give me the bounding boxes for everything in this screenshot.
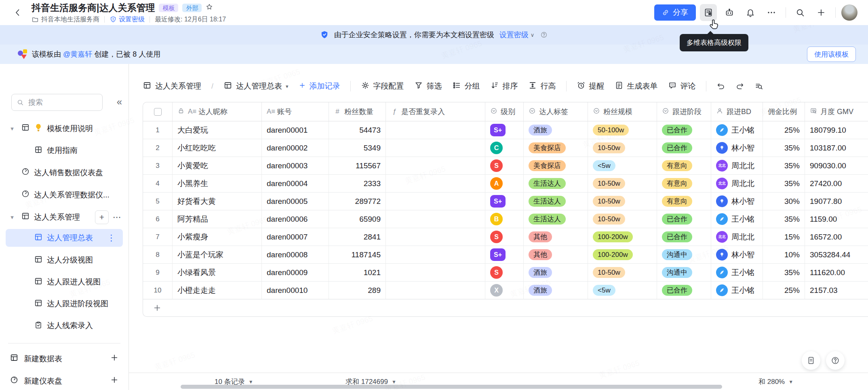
table-row[interactable]: 4小黑养生daren000042333A生活达人10-50w有意向北北周北北35…: [143, 175, 868, 193]
stage-cell[interactable]: 有意向: [657, 193, 711, 210]
gmv-cell[interactable]: 180799.10: [805, 121, 868, 139]
duplicate-check-cell[interactable]: [386, 264, 485, 281]
global-search-icon[interactable]: [792, 4, 809, 21]
row-number-cell[interactable]: 6: [143, 210, 173, 228]
fans-scale-cell[interactable]: 10-50w: [588, 175, 657, 192]
fans-scale-cell[interactable]: 10-50w: [588, 193, 657, 210]
gmv-cell[interactable]: 909030.00: [805, 157, 868, 174]
account-cell[interactable]: daren00007: [262, 228, 329, 246]
nickname-cell[interactable]: 小紫瘦身: [173, 228, 262, 246]
filter-button[interactable]: 筛选: [414, 81, 442, 92]
sidebar-item-owner-view[interactable]: 达人跟进人视图: [0, 271, 129, 293]
fans-count-cell[interactable]: 289772: [329, 193, 386, 210]
commission-cell[interactable]: 35%: [763, 210, 805, 228]
table-row[interactable]: 2小红吃吃吃daren000025349C美食探店10-50w已合作林小智35%…: [143, 139, 868, 157]
sort-button[interactable]: 排序: [490, 81, 518, 92]
help-icon[interactable]: [539, 31, 548, 39]
tag-cell[interactable]: 酒旅: [524, 282, 588, 299]
tag-cell[interactable]: 生活达人: [524, 193, 588, 210]
fans-count-cell[interactable]: 2841: [329, 228, 386, 246]
level-cell[interactable]: S+: [485, 193, 524, 210]
account-cell[interactable]: daren00002: [262, 139, 329, 157]
level-cell[interactable]: C: [485, 139, 524, 157]
gmv-cell[interactable]: 19077.80: [805, 193, 868, 210]
sidebar-item-relation-table[interactable]: ▾ 达人关系管理 + ⋯: [0, 206, 129, 228]
commission-cell[interactable]: 35%: [763, 264, 805, 281]
commission-cell[interactable]: 15%: [763, 228, 805, 246]
redo-button[interactable]: [735, 82, 744, 91]
gmv-cell[interactable]: 1159.00: [805, 210, 868, 228]
gmv-cell[interactable]: 27420.00: [805, 175, 868, 192]
column-header[interactable]: 粉丝规模: [588, 102, 657, 121]
current-table-tab[interactable]: 达人关系管理: [143, 81, 201, 92]
horizontal-scrollbar[interactable]: [181, 385, 722, 389]
bd-owner-cell[interactable]: 林小智: [711, 193, 763, 210]
fans-scale-cell[interactable]: 100-200w: [588, 228, 657, 246]
nickname-cell[interactable]: 小蓝是个玩家: [173, 246, 262, 263]
level-cell[interactable]: S: [485, 228, 524, 246]
stage-cell[interactable]: 已合作: [657, 139, 711, 157]
remind-button[interactable]: 提醒: [577, 81, 605, 92]
commission-cell[interactable]: 25%: [763, 121, 805, 139]
share-button[interactable]: 分享: [654, 4, 696, 21]
table-row[interactable]: 10小橙走走走daren00010289X酒旅<5w已合作王小铭25%2157.…: [143, 282, 868, 299]
gmv-cell[interactable]: 3053284.44: [805, 246, 868, 263]
comment-button[interactable]: 评论: [668, 81, 696, 92]
duplicate-check-cell[interactable]: [386, 246, 485, 263]
column-header[interactable]: 佣金比例: [763, 102, 805, 121]
find-in-table-button[interactable]: [754, 82, 763, 91]
sidebar-item-level-view[interactable]: 达人分级视图: [0, 249, 129, 271]
tag-cell[interactable]: 美食探店: [524, 157, 588, 174]
column-header[interactable]: A≡账号: [262, 102, 329, 121]
duplicate-check-cell[interactable]: [386, 175, 485, 192]
row-number-cell[interactable]: 7: [143, 228, 173, 246]
row-number-cell[interactable]: 10: [143, 282, 173, 299]
row-number-cell[interactable]: 4: [143, 175, 173, 192]
bd-owner-cell[interactable]: 林小智: [711, 139, 763, 157]
nickname-cell[interactable]: 小橙走走走: [173, 282, 262, 299]
bd-owner-cell[interactable]: 王小铭: [711, 121, 763, 139]
bd-owner-cell[interactable]: 北北周北北: [711, 228, 763, 246]
back-icon[interactable]: [11, 5, 25, 20]
column-header[interactable]: 达人标签: [524, 102, 588, 121]
table-row[interactable]: 7小紫瘦身daren000072841S其他100-200w已合作北北周北北15…: [143, 228, 868, 246]
account-cell[interactable]: daren00008: [262, 246, 329, 263]
commission-cell[interactable]: 30%: [763, 193, 805, 210]
bd-owner-cell[interactable]: 林小智: [711, 246, 763, 263]
commission-cell[interactable]: 35%: [763, 175, 805, 192]
table-row[interactable]: 3小黄爱吃daren00003115567S美食探店<5w有意向北北周北北35%…: [143, 157, 868, 175]
help-fab[interactable]: [826, 351, 845, 370]
level-cell[interactable]: S+: [485, 121, 524, 139]
add-view-button[interactable]: +: [95, 210, 109, 224]
tag-cell[interactable]: 其他: [524, 228, 588, 246]
row-number-cell[interactable]: 5: [143, 193, 173, 210]
search-input[interactable]: [27, 98, 90, 107]
caret-down-icon[interactable]: ▾: [7, 214, 17, 221]
current-view-dropdown[interactable]: 达人管理总表 ▾: [223, 81, 289, 92]
bd-owner-cell[interactable]: 王小铭: [711, 264, 763, 281]
group-button[interactable]: 分组: [452, 81, 480, 92]
duplicate-check-cell[interactable]: [386, 193, 485, 210]
view-more-icon[interactable]: ⋮: [107, 233, 116, 243]
column-header[interactable]: #粉丝数量: [329, 102, 386, 121]
notifications-bell-icon[interactable]: [742, 4, 759, 21]
row-number-cell[interactable]: 8: [143, 246, 173, 263]
set-secrecy-dropdown[interactable]: 设置密级∨: [499, 30, 535, 40]
stage-cell[interactable]: 有意向: [657, 175, 711, 192]
row-number-cell[interactable]: 2: [143, 139, 173, 157]
nickname-cell[interactable]: 好货看大黄: [173, 193, 262, 210]
generate-form-button[interactable]: 生成表单: [615, 81, 658, 92]
fans-scale-cell[interactable]: <5w: [588, 157, 657, 174]
account-cell[interactable]: daren00005: [262, 193, 329, 210]
level-cell[interactable]: S+: [485, 246, 524, 263]
collapse-sidebar-icon[interactable]: «: [117, 96, 122, 108]
fans-count-cell[interactable]: 115567: [329, 157, 386, 174]
row-number-cell[interactable]: 9: [143, 264, 173, 281]
commission-cell[interactable]: 25%: [763, 282, 805, 299]
row-number-cell[interactable]: 1: [143, 121, 173, 139]
duplicate-check-cell[interactable]: [386, 139, 485, 157]
row-height-button[interactable]: 行高: [528, 81, 556, 92]
account-cell[interactable]: daren00001: [262, 121, 329, 139]
stage-cell[interactable]: 已合作: [657, 210, 711, 228]
nickname-cell[interactable]: 小黄爱吃: [173, 157, 262, 174]
